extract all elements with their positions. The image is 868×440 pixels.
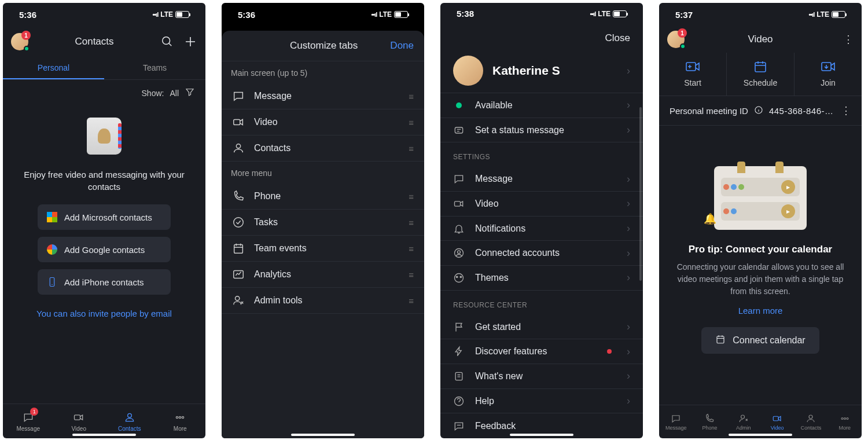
settings-notifications-row[interactable]: Notifications › bbox=[440, 217, 643, 241]
search-icon[interactable] bbox=[160, 35, 174, 49]
drag-handle-icon[interactable]: ≡ bbox=[409, 144, 414, 153]
resource-discover-features-row[interactable]: Discover features › bbox=[440, 339, 643, 364]
settings-video-row[interactable]: Video › bbox=[440, 192, 643, 217]
help-icon bbox=[453, 395, 465, 407]
scrollbar[interactable] bbox=[639, 107, 642, 281]
resource-help-row[interactable]: Help › bbox=[440, 389, 643, 414]
start-icon bbox=[685, 60, 701, 74]
invite-email-link[interactable]: You can also invite people by email bbox=[36, 309, 172, 318]
home-indicator[interactable] bbox=[72, 434, 136, 436]
tab-item-team-events[interactable]: Team events ≡ bbox=[222, 236, 424, 262]
done-button[interactable]: Done bbox=[390, 40, 414, 52]
home-indicator[interactable] bbox=[510, 434, 573, 436]
add-icon[interactable] bbox=[183, 35, 197, 49]
tab-item-analytics[interactable]: Analytics ≡ bbox=[222, 262, 424, 288]
drag-handle-icon[interactable]: ≡ bbox=[409, 296, 414, 306]
document-icon bbox=[453, 371, 465, 382]
chevron-right-icon: › bbox=[627, 247, 630, 259]
settings-message-row[interactable]: Message › bbox=[440, 167, 643, 192]
status-message-icon bbox=[453, 124, 465, 136]
pmi-more-icon[interactable]: ⋮ bbox=[841, 104, 851, 117]
filter-icon[interactable] bbox=[185, 87, 195, 99]
svg-rect-26 bbox=[717, 336, 724, 343]
join-icon bbox=[820, 60, 836, 74]
status-available-row[interactable]: Available › bbox=[440, 93, 643, 118]
message-badge: 1 bbox=[30, 408, 38, 416]
set-status-row[interactable]: Set a status message › bbox=[440, 118, 643, 143]
battery-icon bbox=[175, 11, 189, 18]
tab-phone[interactable]: Phone bbox=[693, 405, 726, 438]
connect-calendar-button[interactable]: Connect calendar bbox=[701, 327, 819, 354]
drag-handle-icon[interactable]: ≡ bbox=[409, 244, 414, 254]
add-iphone-button[interactable]: Add iPhone contacts bbox=[38, 269, 171, 295]
more-icon[interactable]: ⋮ bbox=[836, 33, 854, 46]
signal-icon: ••ıl bbox=[371, 11, 377, 18]
svg-point-8 bbox=[236, 144, 240, 148]
profile-avatar[interactable]: 1 bbox=[11, 33, 28, 50]
resource-get-started-row[interactable]: Get started › bbox=[440, 315, 643, 340]
contacts-icon bbox=[232, 142, 245, 155]
filter-row: Show: All bbox=[3, 80, 205, 106]
tab-item-tasks[interactable]: Tasks ≡ bbox=[222, 210, 424, 236]
add-google-button[interactable]: Add Google contacts bbox=[38, 237, 171, 262]
tab-contacts[interactable]: Contacts bbox=[794, 405, 827, 438]
drag-handle-icon[interactable]: ≡ bbox=[409, 218, 414, 228]
themes-icon bbox=[453, 272, 465, 284]
presence-dot bbox=[24, 46, 30, 52]
drag-handle-icon[interactable]: ≡ bbox=[409, 118, 414, 127]
presence-dot bbox=[456, 102, 462, 108]
tab-item-video[interactable]: Video ≡ bbox=[222, 109, 424, 135]
tab-item-contacts[interactable]: Contacts ≡ bbox=[222, 135, 424, 162]
drag-handle-icon[interactable]: ≡ bbox=[409, 270, 414, 280]
feedback-icon bbox=[453, 420, 465, 432]
clock: 5:38 bbox=[457, 9, 474, 19]
personal-meeting-row: Personal meeting ID 445-368-846-… ⋮ bbox=[659, 96, 862, 126]
info-icon[interactable] bbox=[754, 105, 763, 116]
tab-item-message[interactable]: Message ≡ bbox=[222, 83, 424, 109]
add-microsoft-button[interactable]: Add Microsoft contacts bbox=[38, 204, 171, 230]
svg-point-31 bbox=[844, 417, 845, 419]
chevron-right-icon: › bbox=[627, 99, 630, 111]
tip-text: Connecting your calendar allows you to s… bbox=[673, 261, 848, 298]
svg-point-17 bbox=[455, 273, 464, 282]
svg-rect-23 bbox=[755, 63, 766, 72]
signal-icon: ••ıl bbox=[152, 11, 158, 18]
contacts-illustration bbox=[87, 118, 122, 155]
drag-handle-icon[interactable]: ≡ bbox=[409, 91, 414, 101]
video-icon bbox=[232, 116, 245, 129]
chevron-right-icon: › bbox=[627, 272, 630, 284]
tab-item-phone[interactable]: Phone ≡ bbox=[222, 184, 424, 210]
bottom-sheet: Customize tabs Done Main screen (up to 5… bbox=[222, 31, 424, 438]
tab-more[interactable]: More bbox=[155, 404, 206, 438]
chevron-right-icon: › bbox=[627, 395, 630, 407]
settings-themes-row[interactable]: Themes › bbox=[440, 266, 643, 291]
svg-rect-13 bbox=[455, 127, 462, 133]
drag-handle-icon[interactable]: ≡ bbox=[409, 192, 414, 201]
calendar-icon bbox=[715, 334, 726, 347]
svg-point-29 bbox=[809, 415, 812, 419]
tab-teams[interactable]: Teams bbox=[104, 57, 205, 79]
close-button[interactable]: Close bbox=[605, 32, 630, 44]
signal-icon: ••ıl bbox=[808, 11, 814, 18]
tab-message[interactable]: 1 Message bbox=[3, 404, 54, 438]
settings-connected-accounts-row[interactable]: Connected accounts › bbox=[440, 241, 643, 266]
home-indicator[interactable] bbox=[729, 434, 792, 436]
tab-personal[interactable]: Personal bbox=[3, 57, 104, 79]
tab-item-admin-tools[interactable]: Admin tools ≡ bbox=[222, 288, 424, 314]
svg-rect-20 bbox=[455, 372, 462, 380]
calendar-illustration: ▸ ▸ 🔔 bbox=[708, 149, 812, 230]
group-more-label: More menu bbox=[222, 162, 424, 184]
learn-more-link[interactable]: Learn more bbox=[738, 306, 783, 316]
profile-row[interactable]: Katherine S › bbox=[440, 49, 643, 93]
filter-value[interactable]: All bbox=[170, 89, 179, 98]
battery-icon bbox=[832, 11, 845, 18]
tab-more[interactable]: More bbox=[828, 405, 862, 438]
home-indicator[interactable] bbox=[291, 434, 355, 436]
resource-whats-new-row[interactable]: What's new › bbox=[440, 364, 643, 389]
tab-message[interactable]: Message bbox=[659, 405, 693, 438]
schedule-meeting-button[interactable]: Schedule bbox=[727, 53, 795, 96]
pro-tip-area: ▸ ▸ 🔔 Pro tip: Connect your calendar Con… bbox=[659, 126, 862, 405]
profile-avatar[interactable]: 1 bbox=[667, 31, 685, 48]
join-meeting-button[interactable]: Join bbox=[795, 53, 862, 96]
start-meeting-button[interactable]: Start bbox=[659, 53, 727, 96]
